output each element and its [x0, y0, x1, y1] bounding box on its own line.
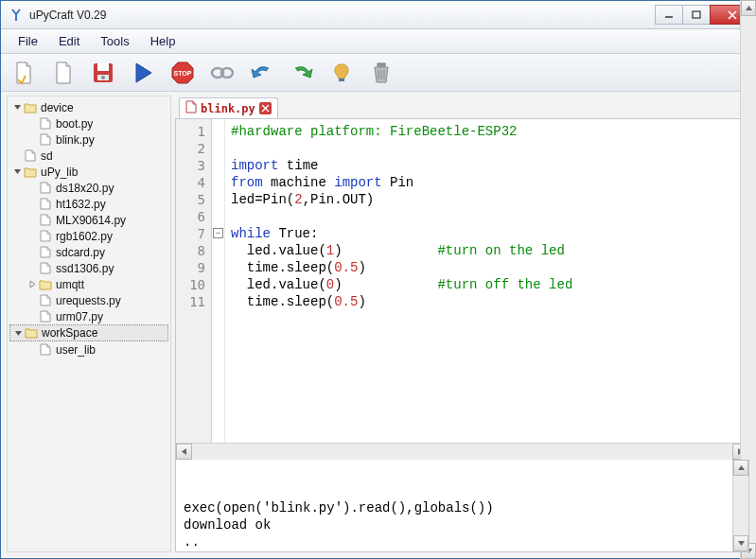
tree-item[interactable]: urequests.py: [9, 292, 168, 308]
tree-arrow-icon[interactable]: [26, 231, 38, 242]
tree-item[interactable]: sdcard.py: [9, 244, 168, 260]
code-line[interactable]: while True:: [231, 225, 743, 242]
folder-icon: [24, 101, 37, 114]
tree-item-label: boot.py: [56, 117, 93, 131]
tree-item[interactable]: sd: [9, 148, 168, 164]
tree-item-label: MLX90614.py: [56, 214, 126, 227]
scroll-track[interactable]: [192, 444, 732, 460]
tree-item[interactable]: uPy_lib: [9, 164, 168, 180]
file-tree[interactable]: deviceboot.pyblink.pysduPy_libds18x20.py…: [7, 96, 171, 552]
tree-item[interactable]: blink.py: [9, 131, 168, 148]
tree-arrow-icon[interactable]: [26, 118, 38, 130]
fold-column[interactable]: −: [212, 119, 225, 443]
run-button[interactable]: [130, 60, 156, 86]
connect-button[interactable]: [209, 60, 236, 86]
tree-item-label: ht1632.py: [56, 198, 106, 211]
console-line: exec(open('blink.py').read(),globals()): [184, 499, 741, 516]
save-button[interactable]: [90, 60, 116, 86]
code-line[interactable]: led.value(0) #turn off the led: [231, 276, 743, 293]
file-icon: [185, 100, 197, 116]
maximize-button[interactable]: [682, 5, 711, 25]
tree-item[interactable]: ht1632.py: [9, 196, 168, 212]
console-vscrollbar[interactable]: [732, 460, 748, 551]
redo-button[interactable]: [289, 60, 315, 86]
file-icon: [39, 117, 52, 131]
tree-arrow-icon[interactable]: [26, 199, 38, 210]
tree-arrow-icon[interactable]: [11, 166, 23, 178]
scroll-up-icon[interactable]: [733, 460, 748, 476]
tree-arrow-icon[interactable]: [11, 150, 23, 162]
code-line[interactable]: led=Pin(2,Pin.OUT): [231, 191, 743, 208]
tab-filename: blink.py: [201, 102, 255, 115]
menu-edit[interactable]: Edit: [49, 31, 89, 51]
scroll-down-icon[interactable]: [733, 535, 748, 551]
svg-point-5: [101, 76, 105, 79]
editor-hscrollbar[interactable]: [176, 443, 748, 459]
app-icon: [9, 8, 24, 23]
scroll-track[interactable]: [733, 476, 748, 535]
tree-item[interactable]: ds18x20.py: [9, 180, 168, 196]
new-file-button[interactable]: [10, 60, 37, 86]
tree-item-label: sd: [41, 149, 53, 163]
open-file-button[interactable]: [50, 60, 77, 86]
tree-item[interactable]: MLX90614.py: [9, 212, 168, 228]
file-icon: [39, 246, 52, 259]
undo-button[interactable]: [249, 60, 275, 86]
tree-arrow-icon[interactable]: [26, 247, 38, 258]
tab-close-button[interactable]: [259, 102, 272, 114]
code-line[interactable]: time.sleep(0.5): [231, 259, 743, 276]
tree-arrow-icon[interactable]: [26, 134, 38, 146]
code-editor[interactable]: 1234567891011 − #hardware platform: Fire…: [176, 119, 748, 443]
scroll-track[interactable]: [741, 119, 748, 443]
minimize-button[interactable]: [655, 5, 683, 25]
tree-arrow-icon[interactable]: [26, 279, 38, 290]
file-icon: [39, 198, 52, 211]
tree-arrow-icon[interactable]: [12, 327, 24, 339]
flash-button[interactable]: [328, 60, 355, 86]
stop-button[interactable]: STOP: [169, 60, 196, 86]
code-line[interactable]: time.sleep(0.5): [231, 293, 743, 310]
menubar: File Edit Tools Help: [1, 29, 755, 54]
menu-file[interactable]: File: [9, 31, 47, 51]
editor-vscrollbar[interactable]: [740, 119, 748, 443]
tree-arrow-icon[interactable]: [26, 183, 38, 194]
clear-button[interactable]: [368, 60, 395, 86]
tree-item[interactable]: device: [9, 99, 168, 115]
file-icon: [39, 262, 52, 275]
tree-item[interactable]: umqtt: [9, 276, 168, 292]
console-output[interactable]: exec(open('blink.py').read(),globals())d…: [175, 460, 749, 552]
tree-item[interactable]: boot.py: [9, 115, 168, 131]
folder-icon: [39, 278, 52, 291]
toolbar: STOP: [1, 54, 755, 92]
tree-item[interactable]: workSpace: [9, 324, 168, 341]
scroll-left-icon[interactable]: [176, 444, 192, 460]
code-area[interactable]: #hardware platform: FireBeetle-ESP32impo…: [225, 119, 748, 443]
tree-item[interactable]: urm07.py: [9, 308, 168, 324]
window-title: uPyCraft V0.29: [29, 9, 656, 22]
menu-help[interactable]: Help: [141, 31, 185, 51]
menu-tools[interactable]: Tools: [91, 31, 138, 51]
tree-item-label: rgb1602.py: [56, 230, 113, 243]
file-icon: [39, 310, 52, 323]
tree-item[interactable]: ssd1306.py: [9, 260, 168, 276]
titlebar[interactable]: uPyCraft V0.29: [1, 1, 755, 29]
code-line[interactable]: [231, 140, 743, 157]
tree-item[interactable]: user_lib: [9, 341, 168, 358]
tree-arrow-icon[interactable]: [26, 344, 38, 356]
tree-arrow-icon[interactable]: [26, 215, 38, 226]
fold-toggle-icon[interactable]: −: [213, 228, 223, 238]
tree-item-label: workSpace: [42, 326, 97, 340]
tree-item-label: umqtt: [56, 278, 84, 291]
tree-arrow-icon[interactable]: [26, 311, 38, 323]
code-line[interactable]: led.value(1) #turn on the led: [231, 242, 743, 259]
code-line[interactable]: import time: [231, 157, 743, 174]
tree-item[interactable]: rgb1602.py: [9, 228, 168, 244]
code-line[interactable]: [231, 208, 743, 225]
code-line[interactable]: #hardware platform: FireBeetle-ESP32: [231, 123, 743, 140]
editor-tab[interactable]: blink.py: [179, 97, 278, 118]
code-line[interactable]: from machine import Pin: [231, 174, 743, 191]
tree-arrow-icon[interactable]: [11, 102, 23, 114]
tree-arrow-icon[interactable]: [26, 295, 38, 306]
tree-item-label: ds18x20.py: [56, 182, 114, 195]
tree-arrow-icon[interactable]: [26, 263, 38, 274]
